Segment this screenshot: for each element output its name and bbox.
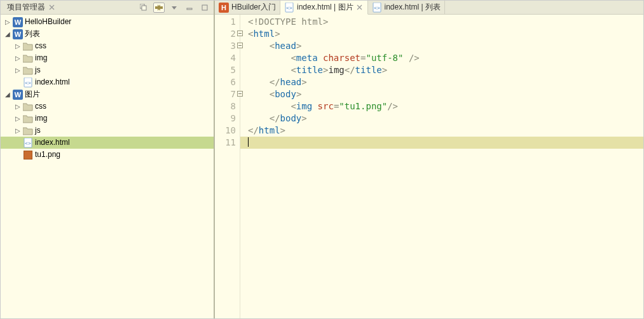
w-icon: W xyxy=(12,90,24,100)
text-cursor xyxy=(248,137,249,147)
line-number: 9 xyxy=(215,112,236,125)
tree-node-label: 列表 xyxy=(24,28,40,40)
w-icon: W xyxy=(12,17,24,27)
tree-node-n8[interactable]: ▷img xyxy=(1,112,214,125)
tree-node-label: HelloHBuilder xyxy=(24,16,71,28)
twisty-closed-icon[interactable]: ▷ xyxy=(13,112,22,125)
line-number: 1 xyxy=(215,16,236,28)
maximize-icon[interactable] xyxy=(199,3,210,13)
line-number: 7 xyxy=(215,88,236,100)
line-gutter: 1234567891011 xyxy=(215,15,240,318)
svg-rect-2 xyxy=(187,8,192,10)
close-icon[interactable] xyxy=(48,4,55,11)
html-icon: <> xyxy=(372,3,382,13)
tree-node-n7[interactable]: ▷css xyxy=(1,100,214,112)
line-number: 4 xyxy=(215,52,236,64)
left-panel-tabbar: 项目管理器 xyxy=(1,1,214,15)
tree-node-label: img xyxy=(34,52,47,64)
code-area[interactable]: <!DOCTYPE html> <html> <head> <meta char… xyxy=(240,15,643,318)
folder-icon xyxy=(22,66,34,75)
tree-node-n3[interactable]: ▷img xyxy=(1,52,214,64)
tree-node-n4[interactable]: ▷js xyxy=(1,64,214,76)
folder-icon xyxy=(22,114,34,123)
svg-text:<>: <> xyxy=(374,5,380,11)
tree-node-n1[interactable]: ◢W列表 xyxy=(1,28,214,40)
line-number: 3 xyxy=(215,40,236,52)
tree-node-label: img xyxy=(34,112,47,125)
twisty-closed-icon[interactable]: ▷ xyxy=(13,64,22,76)
tree-node-label: tu1.png xyxy=(34,149,60,161)
svg-text:<>: <> xyxy=(286,5,292,11)
html-icon: <> xyxy=(284,3,294,13)
tree-node-label: js xyxy=(34,125,41,137)
editor-tab-label: index.html | 图片 xyxy=(297,2,353,13)
line-number: 8 xyxy=(215,100,236,112)
tree-node-n9[interactable]: ▷js xyxy=(1,125,214,137)
tree-node-n10[interactable]: <>index.html xyxy=(1,137,214,149)
svg-text:<>: <> xyxy=(25,80,31,86)
close-icon[interactable] xyxy=(356,4,364,11)
tree-node-label: css xyxy=(34,100,46,112)
img-icon xyxy=(22,151,34,160)
svg-rect-3 xyxy=(202,5,207,10)
editor-tab-t1[interactable]: <>index.html | 图片 xyxy=(280,1,367,15)
tree-node-label: 图片 xyxy=(24,88,40,100)
tree-node-label: index.html xyxy=(34,137,70,149)
folder-icon xyxy=(22,126,34,135)
editor-tab-t0[interactable]: HHBuilder入门 xyxy=(215,1,280,15)
view-menu-icon[interactable] xyxy=(168,3,180,13)
html-icon: <> xyxy=(22,78,34,88)
editor-tab-t2[interactable]: <>index.html | 列表 xyxy=(368,1,445,15)
editor-body: 1234567891011 <!DOCTYPE html> <html> <he… xyxy=(215,15,643,318)
line-number: 10 xyxy=(215,125,236,137)
tree-node-label: js xyxy=(34,64,41,76)
twisty-closed-icon[interactable]: ▷ xyxy=(13,100,22,112)
collapse-all-icon[interactable] xyxy=(138,3,149,13)
tree-node-n2[interactable]: ▷css xyxy=(1,40,214,52)
project-explorer-tab[interactable]: 项目管理器 xyxy=(6,1,57,13)
twisty-closed-icon[interactable]: ▷ xyxy=(13,125,22,137)
editor-tabbar: HHBuilder入门<>index.html | 图片<>index.html… xyxy=(215,1,643,15)
code-text: <!DOCTYPE html> xyxy=(248,17,328,27)
twisty-closed-icon[interactable]: ▷ xyxy=(3,16,12,28)
html-icon: <> xyxy=(22,138,34,148)
minimize-icon[interactable] xyxy=(184,3,195,13)
hb-icon: H xyxy=(219,3,229,13)
tree-node-label: index.html xyxy=(34,76,70,88)
twisty-closed-icon[interactable]: ▷ xyxy=(13,52,22,64)
twisty-closed-icon[interactable]: ▷ xyxy=(13,40,22,52)
folder-icon xyxy=(22,42,34,51)
twisty-open-icon[interactable]: ◢ xyxy=(3,28,12,40)
svg-rect-1 xyxy=(142,6,146,10)
tree-node-n6[interactable]: ◢W图片 xyxy=(1,88,214,100)
link-with-editor-icon[interactable] xyxy=(153,3,165,13)
editor-panel: HHBuilder入门<>index.html | 图片<>index.html… xyxy=(215,1,643,318)
tree-node-n11[interactable]: tu1.png xyxy=(1,149,214,161)
folder-icon xyxy=(22,54,34,63)
line-number: 2 xyxy=(215,28,236,40)
tree-node-n5[interactable]: <>index.html xyxy=(1,76,214,88)
tree-node-label: css xyxy=(34,40,46,52)
editor-tab-label: index.html | 列表 xyxy=(385,2,441,13)
twisty-open-icon[interactable]: ◢ xyxy=(3,88,12,100)
folder-icon xyxy=(22,102,34,111)
editor-tab-label: HBuilder入门 xyxy=(231,2,276,13)
w-icon: W xyxy=(12,29,24,39)
line-number: 6 xyxy=(215,76,236,88)
project-explorer-panel: 项目管理器 ▷WHelloHBuilder◢W列表▷css▷img▷js<>in… xyxy=(1,1,215,318)
line-number: 11 xyxy=(215,137,236,149)
tab-label: 项目管理器 xyxy=(7,2,45,13)
line-number: 5 xyxy=(215,64,236,76)
file-tree[interactable]: ▷WHelloHBuilder◢W列表▷css▷img▷js<>index.ht… xyxy=(1,15,214,318)
svg-text:<>: <> xyxy=(25,140,31,146)
tree-node-n0[interactable]: ▷WHelloHBuilder xyxy=(1,16,214,28)
